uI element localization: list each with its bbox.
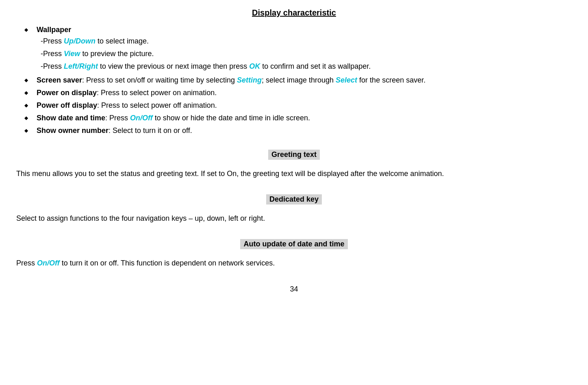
- auto-update-body: Press On/Off to turn it on or off. This …: [16, 257, 572, 269]
- wallpaper-line2: -Press View to preview the picture.: [41, 48, 572, 59]
- view-highlight: View: [64, 50, 80, 58]
- wallpaper-line1: -Press Up/Down to select image.: [41, 36, 572, 47]
- list-item-show-date: Show date and time: Press On/Off to show…: [24, 114, 572, 122]
- power-on-label: Power on display: [37, 89, 97, 97]
- list-item-power-off: Power off display: Press to select power…: [24, 101, 572, 110]
- greeting-text-body: This menu allows you to set the status a…: [16, 168, 572, 180]
- onoff-datetime-highlight: On/Off: [130, 114, 153, 122]
- list-item-wallpaper: Wallpaper -Press Up/Down to select image…: [24, 26, 572, 72]
- screen-saver-label: Screen saver: [37, 76, 82, 84]
- bullet-list: Wallpaper -Press Up/Down to select image…: [24, 26, 572, 135]
- greeting-text-heading-wrapper: Greeting text: [16, 142, 572, 164]
- auto-update-heading-wrapper: Auto update of date and time: [16, 232, 572, 253]
- page-title: Display characteristic: [16, 8, 572, 17]
- greeting-text-heading: Greeting text: [268, 150, 320, 160]
- dedicated-key-heading: Dedicated key: [266, 194, 322, 204]
- list-item-power-on: Power on display: Press to select power …: [24, 89, 572, 97]
- ok-highlight: OK: [249, 62, 260, 70]
- select-highlight: Select: [336, 76, 357, 84]
- wallpaper-sublines: -Press Up/Down to select image. -Press V…: [37, 36, 572, 72]
- auto-update-heading: Auto update of date and time: [240, 239, 347, 249]
- show-date-label: Show date and time: [37, 114, 105, 122]
- setting-highlight: Setting: [237, 76, 262, 84]
- show-owner-label: Show owner number: [37, 126, 108, 135]
- list-item-show-owner: Show owner number: Select to turn it on …: [24, 126, 572, 135]
- updown-highlight: Up/Down: [64, 37, 95, 45]
- power-off-label: Power off display: [37, 101, 97, 109]
- onoff-autoupdate-highlight: On/Off: [37, 259, 60, 267]
- dedicated-key-heading-wrapper: Dedicated key: [16, 187, 572, 209]
- wallpaper-line3: -Press Left/Right to view the previous o…: [41, 61, 572, 72]
- page-number: 34: [16, 285, 572, 294]
- list-item-screen-saver: Screen saver: Press to set on/off or wai…: [24, 76, 572, 85]
- leftright-highlight: Left/Right: [64, 62, 98, 70]
- wallpaper-label: Wallpaper: [37, 26, 71, 34]
- dedicated-key-body: Select to assign functions to the four n…: [16, 213, 572, 224]
